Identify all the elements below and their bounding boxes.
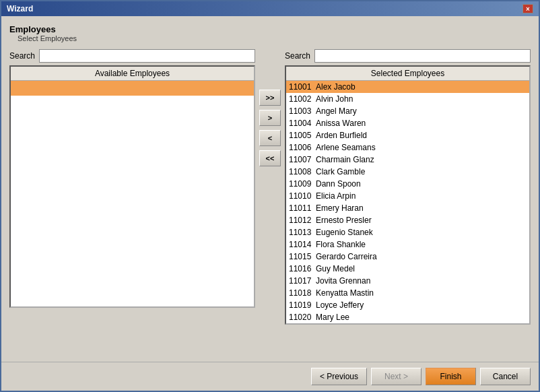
- item-id: 11006: [289, 143, 316, 152]
- item-name: Arlene Seamans: [316, 143, 376, 152]
- item-id: 11014: [289, 240, 316, 249]
- move-right-button[interactable]: >: [259, 110, 281, 126]
- section-subtitle: Select Employees: [18, 34, 531, 42]
- item-id: 11008: [289, 167, 316, 176]
- selected-list-items: 11001Alex Jacob11002Alvin John11003Angel…: [286, 81, 529, 323]
- item-id: 11011: [289, 203, 316, 213]
- title-bar: Wizard ×: [1, 1, 539, 16]
- item-id: 11003: [289, 106, 316, 116]
- list-item[interactable]: 11017Jovita Grennan: [286, 275, 529, 287]
- list-item[interactable]: 11001Alex Jacob: [286, 81, 529, 93]
- item-name: Gerardo Carreira: [316, 252, 377, 261]
- item-name: Mary Lee: [316, 313, 349, 322]
- list-item[interactable]: 11007Charmain Glanz: [286, 154, 529, 166]
- list-item[interactable]: 11009Dann Spoon: [286, 178, 529, 190]
- item-id: 11005: [289, 131, 316, 140]
- item-id: 11012: [289, 216, 316, 225]
- list-item[interactable]: 11012Ernesto Presler: [286, 214, 529, 226]
- item-id: 11017: [289, 276, 316, 286]
- move-all-right-button[interactable]: >>: [259, 90, 281, 106]
- item-id: 11020: [289, 313, 316, 322]
- item-name: Alex Jacob: [316, 82, 356, 92]
- previous-button[interactable]: < Previous: [311, 368, 367, 385]
- next-button[interactable]: Next >: [371, 368, 421, 385]
- move-all-left-button[interactable]: <<: [259, 150, 281, 166]
- available-search-label: Search: [9, 51, 35, 61]
- item-id: 11007: [289, 155, 316, 164]
- item-name: Alvin John: [316, 94, 353, 104]
- item-name: Charmain Glanz: [316, 155, 374, 164]
- move-left-button[interactable]: <: [259, 130, 281, 146]
- list-item[interactable]: 11018Kenyatta Mastin: [286, 287, 529, 299]
- list-item[interactable]: 11020Mary Lee: [286, 311, 529, 323]
- available-list-header: Available Employees: [11, 67, 254, 81]
- transfer-buttons-column: >> > < <<: [259, 49, 281, 166]
- item-id: 11013: [289, 228, 316, 237]
- available-empty-row[interactable]: [11, 81, 254, 96]
- item-id: 11018: [289, 288, 316, 298]
- list-item[interactable]: 11003Angel Mary: [286, 105, 529, 117]
- item-id: 11002: [289, 94, 316, 104]
- item-name: Arden Burfield: [316, 131, 367, 140]
- close-button[interactable]: ×: [522, 4, 533, 13]
- dialog-content: Employees Select Employees Search Availa…: [1, 16, 539, 362]
- list-item[interactable]: 11004Anissa Waren: [286, 117, 529, 129]
- item-name: Guy Medel: [316, 264, 355, 273]
- list-item[interactable]: 11010Elicia Arpin: [286, 190, 529, 202]
- cancel-button[interactable]: Cancel: [480, 368, 531, 385]
- list-item[interactable]: 11016Guy Medel: [286, 263, 529, 275]
- item-id: 11009: [289, 179, 316, 189]
- selected-search-row: Search: [285, 49, 531, 63]
- item-name: Kenyatta Mastin: [316, 288, 374, 298]
- selected-search-input[interactable]: [314, 49, 531, 63]
- finish-button[interactable]: Finish: [426, 368, 476, 385]
- available-list-items: [11, 81, 254, 96]
- selected-panel: Search Selected Employees 11001Alex Jaco…: [285, 49, 531, 325]
- section-title: Employees: [9, 24, 531, 34]
- list-item[interactable]: 11019Loyce Jeffery: [286, 299, 529, 311]
- item-id: 11010: [289, 191, 316, 201]
- list-item[interactable]: 11014Flora Shankle: [286, 238, 529, 251]
- available-panel: Search Available Employees: [9, 49, 255, 308]
- item-name: Dann Spoon: [316, 179, 361, 189]
- item-id: 11016: [289, 264, 316, 273]
- item-name: Clark Gamble: [316, 167, 365, 176]
- item-name: Flora Shankle: [316, 240, 366, 249]
- item-name: Elicia Arpin: [316, 191, 356, 201]
- transfer-area: Search Available Employees >> > < <<: [9, 49, 531, 356]
- list-item[interactable]: 11005Arden Burfield: [286, 129, 529, 141]
- list-item[interactable]: 11011Emery Haran: [286, 202, 529, 214]
- item-name: Eugenio Stanek: [316, 228, 373, 237]
- item-name: Loyce Jeffery: [316, 300, 364, 310]
- list-item[interactable]: 11006Arlene Seamans: [286, 141, 529, 154]
- selected-search-label: Search: [285, 51, 310, 61]
- selected-list-container: Selected Employees 11001Alex Jacob11002A…: [285, 65, 531, 325]
- list-item[interactable]: 11015Gerardo Carreira: [286, 251, 529, 263]
- list-item[interactable]: 11008Clark Gamble: [286, 166, 529, 178]
- item-id: 11015: [289, 252, 316, 261]
- item-name: Jovita Grennan: [316, 276, 370, 286]
- item-name: Angel Mary: [316, 106, 357, 116]
- available-search-input[interactable]: [39, 49, 255, 63]
- dialog-title: Wizard: [7, 4, 33, 13]
- wizard-dialog: Wizard × Employees Select Employees Sear…: [0, 0, 540, 392]
- item-id: 11019: [289, 300, 316, 310]
- available-list-container: Available Employees: [9, 65, 255, 308]
- section-header: Employees Select Employees: [9, 22, 531, 45]
- item-name: Anissa Waren: [316, 119, 366, 128]
- selected-list-header: Selected Employees: [286, 67, 529, 81]
- item-name: Emery Haran: [316, 203, 364, 213]
- item-name: Ernesto Presler: [316, 216, 372, 225]
- list-item[interactable]: 11013Eugenio Stanek: [286, 226, 529, 238]
- item-id: 11004: [289, 119, 316, 128]
- item-id: 11001: [289, 82, 316, 92]
- list-item[interactable]: 11002Alvin John: [286, 93, 529, 105]
- available-search-row: Search: [9, 49, 255, 63]
- footer: < Previous Next > Finish Cancel: [1, 362, 539, 391]
